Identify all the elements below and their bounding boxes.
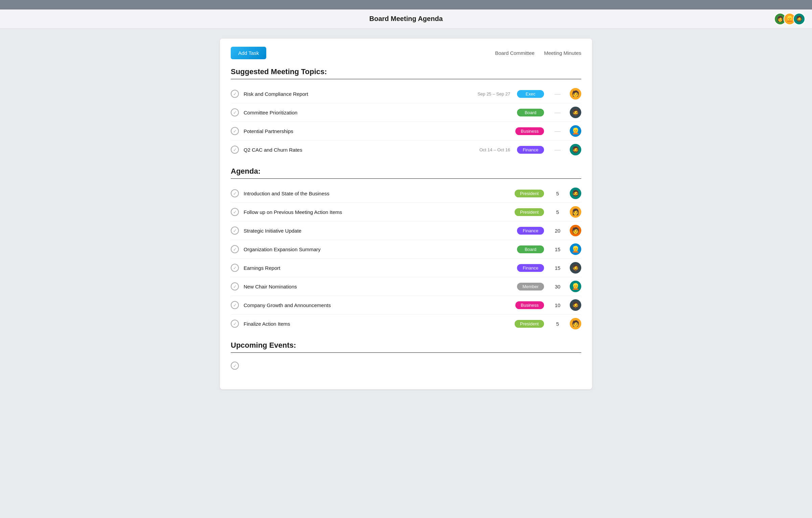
item-tag[interactable]: Board [517,245,544,253]
list-item: ✓Finalize Action ItemsPresident5🧑 [231,315,581,333]
item-tag[interactable]: President [515,190,544,197]
avatar: 🧑 [570,88,581,100]
item-label: Committee Prioritization [244,110,517,115]
avatar: 👱 [570,281,581,292]
avatar: 👩 [570,206,581,218]
top-bar [0,0,812,9]
list-item: ✓Strategic Initiative UpdateFinance20🧑 [231,221,581,240]
check-icon[interactable]: ✓ [231,108,239,116]
avatar: 🧔 [570,188,581,199]
section-title: Upcoming Events: [231,341,581,350]
section-divider [231,352,581,353]
item-label: Risk and Compliance Report [244,91,466,97]
toolbar-link[interactable]: Board Committee [495,50,535,56]
item-tag[interactable]: President [515,208,544,216]
item-label: Company Growth and Announcements [244,302,515,308]
item-date: Sep 25 – Sep 27 [466,91,510,96]
header-avatars: 👩👱🧔 [774,13,805,25]
check-icon[interactable]: ✓ [231,245,239,253]
avatar: 🧑 [570,225,581,236]
item-label: Earnings Report [244,265,517,271]
main-content: Add Task Board CommitteeMeeting Minutes … [220,39,592,389]
list-item: ✓Company Growth and AnnouncementsBusines… [231,296,581,315]
header: Board Meeting Agenda 👩👱🧔 [0,9,812,28]
item-dash: — [551,146,564,153]
avatar: 👱 [570,243,581,255]
avatar: 🧔 [570,144,581,155]
item-dash: — [551,90,564,98]
item-label: Finalize Action Items [244,321,515,327]
item-tag[interactable]: Board [517,109,544,116]
item-tag[interactable]: Finance [517,264,544,272]
list-item: ✓Earnings ReportFinance15🧔 [231,259,581,277]
avatar: 🧑 [570,318,581,329]
item-tag[interactable]: Business [515,127,544,135]
toolbar-links: Board CommitteeMeeting Minutes [495,50,581,56]
item-label: Strategic Initiative Update [244,228,517,234]
list-item: ✓New Chair NominationsMember30👱 [231,277,581,296]
item-number: 5 [551,321,564,327]
check-icon[interactable]: ✓ [231,189,239,197]
item-number: 20 [551,228,564,234]
item-tag[interactable]: Finance [517,227,544,235]
item-tag[interactable]: Finance [517,146,544,154]
item-label: New Chair Nominations [244,284,517,289]
item-number: 15 [551,265,564,271]
section-divider [231,79,581,79]
list-item: ✓Q2 CAC and Churn RatesOct 14 – Oct 16Fi… [231,141,581,159]
section-suggested: Suggested Meeting Topics:✓Risk and Compl… [231,67,581,159]
section-title: Agenda: [231,167,581,176]
section-divider [231,178,581,179]
item-number: 5 [551,191,564,196]
check-icon[interactable]: ✓ [231,264,239,272]
check-icon[interactable]: ✓ [231,146,239,154]
item-number: 15 [551,246,564,252]
item-tag[interactable]: Business [515,301,544,309]
page-title: Board Meeting Agenda [369,15,443,23]
section-title: Suggested Meeting Topics: [231,67,581,76]
section-upcoming: Upcoming Events:✓ [231,341,581,373]
list-item: ✓Introduction and State of the BusinessP… [231,184,581,203]
check-icon[interactable]: ✓ [231,226,239,235]
header-avatar: 🧔 [793,13,805,25]
list-item-partial: ✓ [231,358,581,373]
item-tag[interactable]: Exec [517,90,544,98]
item-label: Potential Partnerships [244,128,515,134]
item-label: Introduction and State of the Business [244,191,515,196]
check-icon[interactable]: ✓ [231,90,239,98]
item-number: 10 [551,302,564,308]
check-icon[interactable]: ✓ [231,282,239,290]
item-tag[interactable]: Member [517,283,544,290]
item-dash: — [551,128,564,135]
section-agenda: Agenda:✓Introduction and State of the Bu… [231,167,581,333]
item-dash: — [551,109,564,116]
check-icon[interactable]: ✓ [231,320,239,328]
check-icon[interactable]: ✓ [231,362,239,370]
item-number: 30 [551,284,564,289]
list-item: ✓Organization Expansion SummaryBoard15👱 [231,240,581,259]
item-date: Oct 14 – Oct 16 [466,147,510,152]
list-item: ✓Potential PartnershipsBusiness—👱 [231,122,581,141]
avatar: 👱 [570,125,581,137]
list-item: ✓Follow up on Previous Meeting Action It… [231,203,581,221]
avatar: 🧔 [570,262,581,274]
add-task-button[interactable]: Add Task [231,47,266,59]
list-item: ✓Committee PrioritizationBoard—🧔 [231,103,581,122]
item-label: Organization Expansion Summary [244,246,517,252]
item-tag[interactable]: President [515,320,544,328]
list-item: ✓Risk and Compliance ReportSep 25 – Sep … [231,85,581,103]
item-label: Q2 CAC and Churn Rates [244,147,466,153]
avatar: 🧔 [570,107,581,118]
check-icon[interactable]: ✓ [231,301,239,309]
toolbar: Add Task Board CommitteeMeeting Minutes [231,47,581,59]
check-icon[interactable]: ✓ [231,208,239,216]
toolbar-link[interactable]: Meeting Minutes [544,50,581,56]
avatar: 🧔 [570,299,581,311]
item-number: 5 [551,209,564,215]
check-icon[interactable]: ✓ [231,127,239,135]
sections-container: Suggested Meeting Topics:✓Risk and Compl… [231,67,581,373]
item-label: Follow up on Previous Meeting Action Ite… [244,209,515,215]
